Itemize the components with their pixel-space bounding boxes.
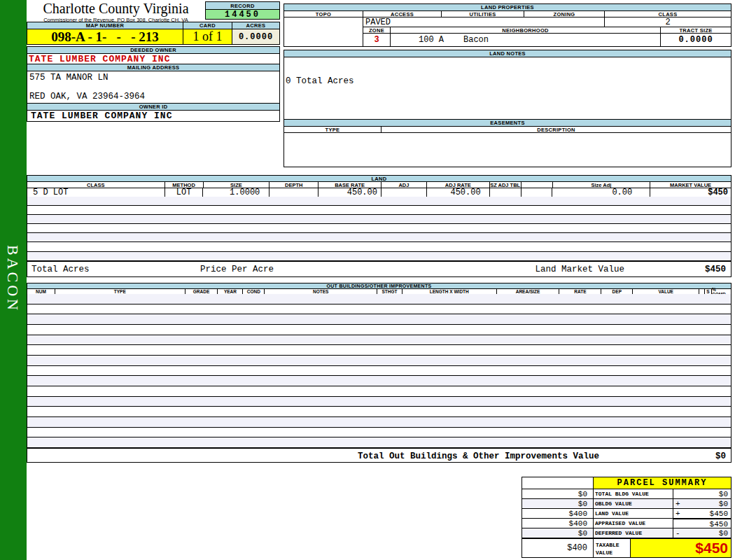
- out-buildings-total-value: $0: [715, 451, 726, 461]
- land-cell-market-value: $450: [650, 188, 731, 197]
- empty-row: [27, 345, 731, 356]
- taxable-value: $450: [630, 538, 732, 558]
- land-col-method: METHOD: [165, 182, 204, 188]
- land-cell-method: LOT: [165, 188, 204, 197]
- land-market-value: $450: [705, 265, 726, 274]
- land-cell-adj: [382, 188, 427, 197]
- empty-row: [27, 215, 731, 224]
- ob-col-type: TYPE: [55, 289, 186, 294]
- address-line-2: RED OAK, VA 23964-3964: [29, 92, 279, 102]
- parcel-amount: $450: [710, 510, 728, 518]
- empty-row: [27, 407, 731, 417]
- empty-row: [27, 252, 731, 261]
- empty-row: [27, 438, 731, 448]
- land-cell-size: 1.0000: [203, 188, 270, 197]
- empty-row: [27, 294, 731, 304]
- parcel-sign: +: [676, 510, 680, 518]
- ob-col-cond: COND: [243, 289, 265, 294]
- address-line-1: 575 TA MANOR LN: [29, 73, 279, 83]
- parcel-row-value: +$0: [673, 498, 732, 509]
- land-empty-rows: [27, 197, 732, 261]
- parcel-prev-value: $0: [522, 498, 594, 509]
- land-cell-base-rate: 450.00: [318, 188, 382, 197]
- land-col-market-value: MARKET VALUE: [650, 182, 731, 188]
- price-per-acre-label: Price Per Acre: [200, 265, 274, 274]
- land-note-text: 0 Total Acres: [286, 76, 731, 86]
- neighborhood-code: 100 A: [419, 35, 444, 45]
- empty-row: [27, 224, 731, 233]
- land-cell-class: 5 D LOT: [27, 188, 165, 197]
- ob-col-year: YEAR: [218, 289, 243, 294]
- out-buildings-total-row: Total Out Buildings & Other Improvements…: [27, 448, 732, 463]
- ob-col-sthgt: STHGT: [377, 289, 402, 294]
- parcel-prev-value: $400: [522, 508, 594, 519]
- topo-value: [284, 17, 363, 47]
- empty-row: [27, 304, 731, 315]
- parcel-row-value: -$0: [673, 528, 732, 538]
- parcel-row-label: OBLDG VALUE: [593, 498, 673, 509]
- mailing-address-box: 575 TA MANOR LN RED OAK, VA 23964-3964: [27, 71, 280, 104]
- ob-col-rate: RATE: [559, 289, 601, 294]
- land-col-adj-rate: ADJ RATE: [427, 182, 490, 188]
- empty-row: [27, 233, 731, 242]
- land-col-sz-adj-tbl: SZ ADJ TBL: [490, 182, 522, 188]
- ob-col-value: VALUE: [633, 289, 699, 294]
- ob-col-length-width: LENGTH X WIDTH: [402, 289, 497, 294]
- title-box: Charlotte County Virginia Commissioner o…: [27, 0, 205, 22]
- parcel-amount: $0: [719, 500, 728, 508]
- empty-row: [27, 366, 731, 377]
- empty-row: [27, 325, 731, 335]
- ob-col-num: NUM: [27, 289, 55, 294]
- empty-row: [27, 376, 731, 386]
- ob-col-pct-comp: % COMP: [712, 289, 731, 294]
- parcel-prev-value: $400: [522, 518, 594, 528]
- total-acres-label: Total Acres: [31, 265, 90, 274]
- district-name-vertical: BACON: [4, 245, 22, 313]
- map-number-value: 098-A - 1- - - 213: [27, 29, 183, 45]
- deeded-owner-value: TATE LUMBER COMPANY INC: [27, 53, 280, 64]
- ob-col-grade: GRADE: [186, 289, 218, 294]
- easements-box: [284, 132, 732, 167]
- parcel-row-value: $0: [673, 489, 732, 499]
- acres-value: 0.0000: [232, 29, 280, 45]
- land-cell-size-adj: 0.00: [552, 188, 650, 197]
- owner-id-value: TATE LUMBER COMPANY INC: [27, 110, 280, 122]
- parcel-row-label: APPRAISED VALUE: [593, 518, 673, 528]
- land-col-adj: ADJ: [382, 182, 427, 188]
- access-value: PAVED: [363, 17, 605, 27]
- land-col-size-adj: Size Adj: [553, 182, 651, 188]
- land-notes-box: 0 Total Acres: [284, 57, 732, 120]
- parcel-row-value: $450: [673, 518, 732, 528]
- parcel-row-label: DEFERRED VALUE: [593, 528, 673, 538]
- page-title: Charlotte County Virginia: [27, 1, 205, 17]
- ob-col-area-size: AREA/SIZE: [497, 289, 560, 294]
- parcel-sign: -: [676, 529, 680, 538]
- parcel-summary-title: PARCEL SUMMARY: [593, 477, 732, 489]
- empty-row: [27, 206, 731, 215]
- empty-row: [27, 197, 731, 206]
- parcel-row-value: +$450: [673, 508, 732, 519]
- land-market-value-label: Land Market Value: [535, 265, 624, 274]
- parcel-summary-corner-cell: [522, 477, 594, 489]
- ob-col-notes: NOTES: [265, 289, 377, 294]
- card-value: 1 of 1: [183, 29, 232, 45]
- empty-row: [27, 417, 731, 428]
- record-value: 14450: [205, 9, 280, 20]
- parcel-row-label: LAND VALUE: [593, 508, 673, 519]
- empty-row: [27, 428, 731, 438]
- parcel-row-label: TOTAL BLDG VALUE: [593, 489, 673, 499]
- empty-row: [27, 356, 731, 366]
- empty-row: [27, 386, 731, 397]
- land-col-base-rate: BASE RATE: [318, 182, 382, 188]
- zone-value: 3: [363, 33, 391, 47]
- district-sidebar: BACON: [0, 0, 27, 560]
- parcel-sign: +: [676, 500, 680, 508]
- parcel-prev-value: $0: [522, 528, 594, 538]
- land-col-class: CLASS: [27, 182, 165, 188]
- taxable-prev-value: $400: [522, 538, 594, 558]
- land-col-blank: [522, 182, 553, 188]
- class-value: 2: [604, 17, 732, 27]
- tract-size-value: 0.0000: [660, 33, 732, 47]
- land-data-row: 5 D LOT LOT 1.0000 450.00 450.00 0.00 $4…: [27, 188, 732, 197]
- land-cell-blank: [522, 188, 553, 197]
